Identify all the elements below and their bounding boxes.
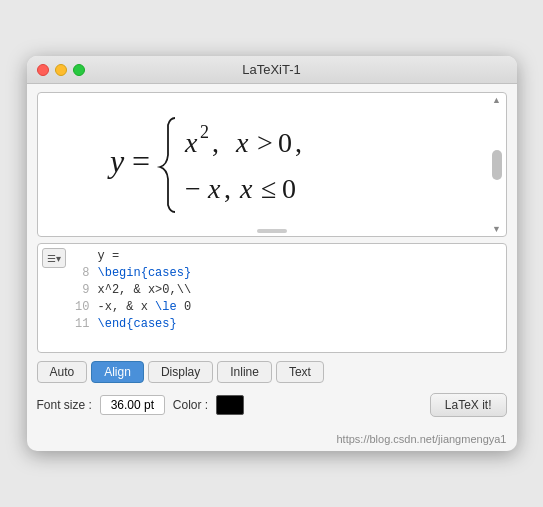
editor-toolbar-icon[interactable]: ☰▾: [42, 248, 66, 268]
color-label: Color :: [173, 398, 208, 412]
preview-scrollbar[interactable]: ▲ ▼: [490, 93, 504, 236]
svg-text:x: x: [239, 173, 253, 204]
svg-text:x: x: [235, 127, 249, 158]
text-button[interactable]: Text: [276, 361, 324, 383]
svg-text:>: >: [257, 127, 273, 158]
scroll-thumb[interactable]: [492, 150, 502, 180]
display-button[interactable]: Display: [148, 361, 213, 383]
preview-area: y = x 2 , x > 0 , − x , x: [37, 92, 507, 237]
svg-text:≤: ≤: [261, 173, 276, 204]
inline-button[interactable]: Inline: [217, 361, 272, 383]
editor-line-header: y =: [72, 248, 500, 265]
editor-content[interactable]: y = 8 \begin{cases} 9 x^2, & x>0,\\ 10 -…: [38, 244, 506, 352]
math-svg: y = x 2 , x > 0 , − x , x: [110, 110, 420, 220]
editor-area[interactable]: ☰▾ y = 8 \begin{cases} 9 x^2, & x>0,\\ 1…: [37, 243, 507, 353]
svg-text:x: x: [207, 173, 221, 204]
editor-line-11: 11 \end{cases}: [72, 316, 500, 333]
svg-text:,: ,: [224, 173, 231, 204]
bottom-row: Font size : Color : LaTeX it!: [37, 391, 507, 421]
align-button[interactable]: Align: [91, 361, 144, 383]
color-picker[interactable]: [216, 395, 244, 415]
main-content: y = x 2 , x > 0 , − x , x: [27, 84, 517, 429]
svg-text:2: 2: [200, 122, 209, 142]
svg-text:x: x: [184, 127, 198, 158]
close-button[interactable]: [37, 64, 49, 76]
font-size-input[interactable]: [100, 395, 165, 415]
editor-line-9: 9 x^2, & x>0,\\: [72, 282, 500, 299]
svg-text:,: ,: [212, 127, 219, 158]
footer: https://blog.csdn.net/jiangmengya1: [27, 429, 517, 451]
svg-text:,: ,: [295, 127, 302, 158]
editor-line-10: 10 -x, & x \le 0: [72, 299, 500, 316]
editor-line-8: 8 \begin{cases}: [72, 265, 500, 282]
scroll-indicator: [257, 229, 287, 233]
titlebar: LaTeXiT-1: [27, 56, 517, 84]
svg-text:=: =: [132, 143, 150, 179]
latex-it-button[interactable]: LaTeX it!: [430, 393, 507, 417]
auto-button[interactable]: Auto: [37, 361, 88, 383]
footer-url: https://blog.csdn.net/jiangmengya1: [336, 433, 506, 445]
scroll-down-arrow[interactable]: ▼: [492, 224, 501, 234]
minimize-button[interactable]: [55, 64, 67, 76]
math-preview: y = x 2 , x > 0 , − x , x: [110, 110, 420, 220]
scroll-up-arrow[interactable]: ▲: [492, 95, 501, 105]
svg-text:0: 0: [278, 127, 292, 158]
main-window: LaTeXiT-1 y = x 2 , x > 0: [27, 56, 517, 451]
svg-text:0: 0: [282, 173, 296, 204]
window-title: LaTeXiT-1: [242, 62, 301, 77]
maximize-button[interactable]: [73, 64, 85, 76]
font-size-label: Font size :: [37, 398, 92, 412]
svg-text:y: y: [107, 143, 125, 179]
svg-text:−: −: [185, 173, 201, 204]
mode-buttons: Auto Align Display Inline Text: [37, 359, 507, 385]
traffic-lights: [37, 64, 85, 76]
